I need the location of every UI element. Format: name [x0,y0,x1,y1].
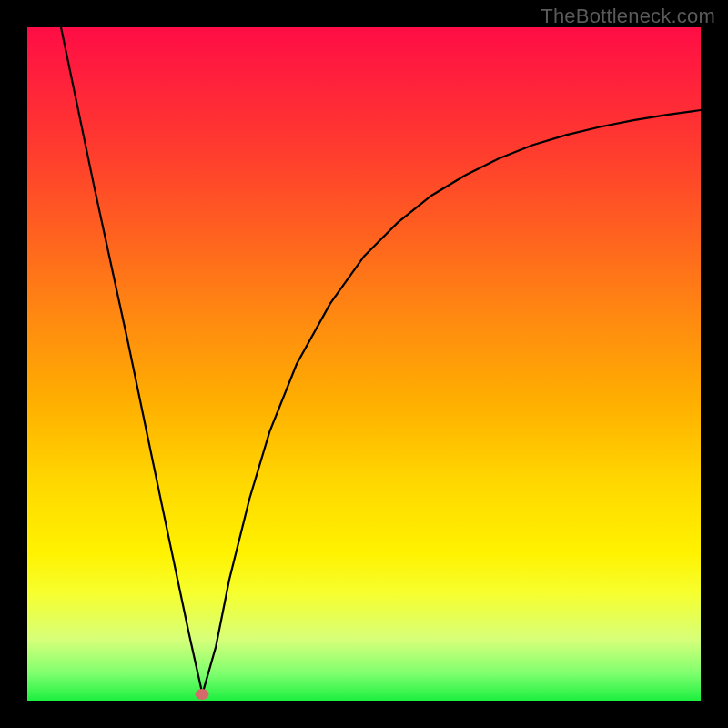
watermark-text: TheBottleneck.com [541,5,715,28]
plot-area [27,27,701,701]
minimum-marker [196,689,209,700]
chart-frame: TheBottleneck.com [0,0,728,728]
bottleneck-curve [27,27,701,701]
